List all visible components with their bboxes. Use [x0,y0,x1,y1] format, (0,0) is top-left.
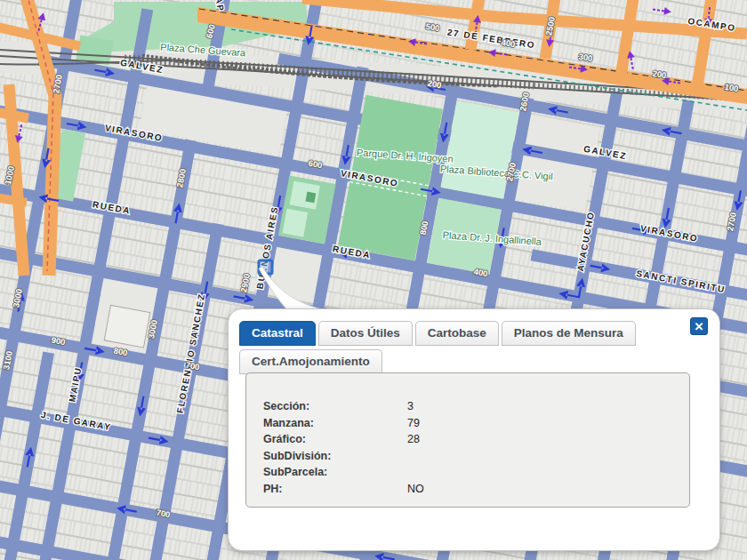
field-value: 3 [407,400,414,417]
field-label: Sección: [263,400,407,417]
tab-row-1: CatastralDatos ÚtilesCartobasePlanos de … [239,321,684,346]
tab-cert-amojonamiento[interactable]: Cert.Amojonamiento [239,349,382,374]
field-label: SubDivisión: [263,450,407,467]
altura-label: 400 [501,37,516,49]
tab-row-2: Cert.Amojonamiento [239,349,684,374]
map-viewer: GALVEZGALVEZVIRASOROVIRASOROVIRASORORUED… [0,0,747,560]
field-label: PH: [263,483,407,500]
close-icon[interactable]: ✕ [690,317,708,335]
altura-label: 300 [578,52,593,63]
field-value: NO [407,483,424,500]
tab-datos-utiles[interactable]: Datos Útiles [318,321,413,346]
info-popup: ✕ CatastralDatos ÚtilesCartobasePlanos d… [228,308,720,551]
field-row: PH:NO [263,483,689,500]
tab-planos-de-mensura[interactable]: Planos de Mensura [502,321,636,346]
field-value: 79 [407,417,420,434]
field-label: Manzana: [263,417,407,434]
altura-label: 100 [724,82,739,93]
field-value: 28 [407,433,420,450]
field-row: SubDivisión: [263,450,689,467]
field-row: Manzana:79 [263,417,689,434]
field-row: Gráfico:28 [263,433,689,450]
field-label: Gráfico: [263,433,407,450]
altura-label: 500 [425,21,440,33]
catastral-panel: Sección:3 Manzana:79 Gráfico:28 SubDivis… [245,372,690,508]
tab-cartobase[interactable]: Cartobase [415,321,499,346]
field-row: Sección:3 [263,400,689,417]
field-row: SubParcela: [263,466,689,483]
field-label: SubParcela: [263,466,407,483]
tab-catastral[interactable]: Catastral [239,321,316,346]
altura-label: 200 [652,68,667,80]
